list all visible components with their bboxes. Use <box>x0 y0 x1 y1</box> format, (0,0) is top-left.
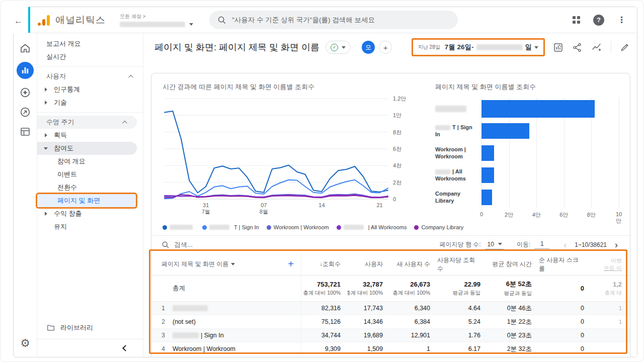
add-column-button[interactable]: + <box>288 258 294 270</box>
bar-value-2[interactable] <box>481 123 529 139</box>
add-comparison-button[interactable]: + <box>379 41 392 54</box>
sidebar-item-retention[interactable]: 유지 <box>37 220 143 233</box>
legend-dot <box>202 225 207 230</box>
collapse-sidebar-icon[interactable] <box>122 345 129 351</box>
settings-gear-icon[interactable]: ⚙ <box>20 337 30 350</box>
table-cell: 1분 22초 <box>488 315 539 328</box>
bar-x-tick: 2만 <box>505 211 513 219</box>
edit-pencil-icon[interactable] <box>620 42 630 52</box>
data-quality-badge[interactable]: ✓ <box>326 41 351 54</box>
page-title: 페이지 및 화면: 페이지 제목 및 화면 이름 <box>154 41 319 53</box>
column-header-metric-1[interactable]: ↓조회수 <box>301 253 348 275</box>
bar-label-line: Workrooms <box>435 175 481 182</box>
sidebar-item-demographics[interactable]: 인구통계 <box>37 83 143 96</box>
metric-header-label: 새 사용자 수 <box>396 260 430 268</box>
global-search-input[interactable]: "사용자 수 기준 상위 국가"을(를) 검색해 보세요 <box>209 11 458 29</box>
totals-cell: 26,673총계 대비 100% <box>390 276 437 301</box>
sidebar-item-events[interactable]: 이벤트 <box>37 168 143 181</box>
table-row[interactable]: 4Workroom | Workroom9,3091,50916.172분 32… <box>151 342 630 356</box>
bar-row <box>481 98 619 120</box>
cell-value: 6,384 <box>415 318 430 325</box>
y-axis-tick: 8천 <box>393 129 401 135</box>
date-preset-label: 지난 28일 <box>418 44 440 51</box>
expand-arrow-icon <box>45 101 47 105</box>
bar-chart[interactable]: T | SignInWorkroom |Workroom| AllWorkroo… <box>435 98 619 219</box>
bar-value-1[interactable] <box>481 100 595 118</box>
previous-page-icon[interactable]: ‹ <box>561 240 569 249</box>
search-icon <box>217 16 226 24</box>
legend-item-1 <box>163 225 195 230</box>
sidebar-item-acquisition[interactable]: 획득 <box>37 129 143 142</box>
table-toolbar: 검색... 페이지당 행 수: 10 이동: 1 ‹ <box>151 235 630 253</box>
sidebar-item-engagement[interactable]: 참여도 <box>37 142 137 155</box>
sidebar-item-pages-screens[interactable]: 페이지 및 화면 <box>37 194 136 207</box>
explore-icon[interactable] <box>19 86 31 99</box>
bar-row <box>481 186 619 208</box>
y-axis-tick: 0 <box>393 196 396 202</box>
cell-value: 12,901 <box>411 332 430 339</box>
table-row[interactable]: 2(not set)75,12614,3466,3845.241분 22초01 <box>151 315 630 329</box>
sidebar-section-lifecycle[interactable]: 수명 주기 <box>37 116 137 129</box>
table-row[interactable]: 3| Sign In34,74419,68912,9011.760분 23초0 <box>151 329 630 342</box>
analytics-window: 애널리틱스 모든 계정 > "사용자 수 기준 상위 국가"을(를) 검색해 보… <box>13 7 637 357</box>
y-axis-tick: 1만 <box>393 112 401 118</box>
bar-value-4[interactable] <box>481 167 494 183</box>
sidebar-item-tech[interactable]: 기술 <box>37 96 143 109</box>
apps-grid-icon[interactable] <box>573 16 580 24</box>
totals-subtext: 총계 대비 100% <box>303 290 341 297</box>
sidebar-section-user[interactable]: 사용자 <box>37 70 143 83</box>
sidebar-item-monetization[interactable]: 수익 창출 <box>37 207 143 220</box>
sidebar-item-engagement-overview[interactable]: 참여 개요 <box>37 155 143 168</box>
analytics-logo-icon[interactable] <box>37 15 50 26</box>
bar-category-label: | AllWorkrooms <box>435 164 481 186</box>
cyan-accent-bar <box>28 7 30 33</box>
bar-value-3[interactable] <box>481 145 494 161</box>
left-icon-rail: ⚙ <box>14 33 37 357</box>
configure-icon[interactable] <box>19 126 31 138</box>
account-switcher[interactable]: 모든 계정 > <box>120 13 193 27</box>
next-page-icon[interactable]: › <box>613 240 620 249</box>
cell-value: 1 <box>427 345 430 352</box>
customize-report-icon[interactable] <box>553 42 564 53</box>
row-name-cell: 3| Sign In <box>151 329 301 342</box>
line-chart[interactable]: 02천4천6천8천1만1.2만317월078월1421 <box>163 94 418 219</box>
sidebar-item-reports-overview[interactable]: 보고서 개요 <box>37 37 143 50</box>
sidebar-item-library[interactable]: 라이브러리 <box>37 321 143 335</box>
back-arrow-icon[interactable]: ← <box>14 16 23 26</box>
column-header-metric-5[interactable]: 평균 참여 시간 <box>488 253 539 275</box>
totals-label: 총계 <box>173 284 185 293</box>
sidebar-item-conversions[interactable]: 전환수 <box>37 181 143 194</box>
table-cell: 17,743 <box>348 302 390 315</box>
advertising-icon[interactable] <box>19 106 31 118</box>
column-header-dimension[interactable]: 페이지 제목 및 화면 이름+ <box>151 253 301 275</box>
line-chart-block: 시간 경과에 따른 페이지 제목 및 화면 이름별 조회수 02천4천6천8천1… <box>163 82 418 230</box>
reports-icon[interactable] <box>17 62 34 79</box>
column-header-metric-2[interactable]: 사용자 <box>348 253 390 275</box>
kebab-menu-icon[interactable]: ⋮ <box>617 15 626 25</box>
insights-icon[interactable] <box>591 42 602 53</box>
bar-value-5[interactable] <box>481 190 492 205</box>
help-icon[interactable]: ? <box>593 15 604 26</box>
table-row[interactable]: 182,31617,7436,3404.640분 46초01 <box>151 302 630 315</box>
sidebar-item-realtime[interactable]: 실시간 <box>37 50 143 63</box>
table-cell: 1.76 <box>437 329 488 342</box>
y-axis-tick: 2천 <box>393 179 401 186</box>
column-header-metric-4[interactable]: 사용자당 조회수 <box>437 253 488 275</box>
expanded-arrow-icon <box>44 147 48 150</box>
rows-per-page-select[interactable]: 10 <box>485 240 504 249</box>
share-icon[interactable] <box>572 42 583 53</box>
table-search-input[interactable]: 검색... <box>162 240 193 249</box>
table-cell: 0 <box>539 302 591 315</box>
x-axis-tick: 07 <box>261 202 267 208</box>
totals-value: 0 <box>581 285 584 292</box>
goto-page-input[interactable]: 1 <box>534 240 549 249</box>
column-header-metric-3[interactable]: 새 사용자 수 <box>390 253 437 275</box>
bar-x-tick: 6만 <box>559 211 568 219</box>
home-icon[interactable] <box>19 42 31 54</box>
clipped-header-line2[interactable]: 모든 이 <box>604 264 622 272</box>
column-header-metric-6[interactable]: 순 사용자 스크롤 <box>539 253 591 275</box>
row-name-cell: 4Workroom | Workroom <box>151 342 301 355</box>
date-range-picker[interactable]: 지난 28일 7월 26일- 일 <box>412 38 545 56</box>
account-name-redacted <box>120 22 185 27</box>
audience-chip[interactable]: 모 <box>362 41 375 54</box>
